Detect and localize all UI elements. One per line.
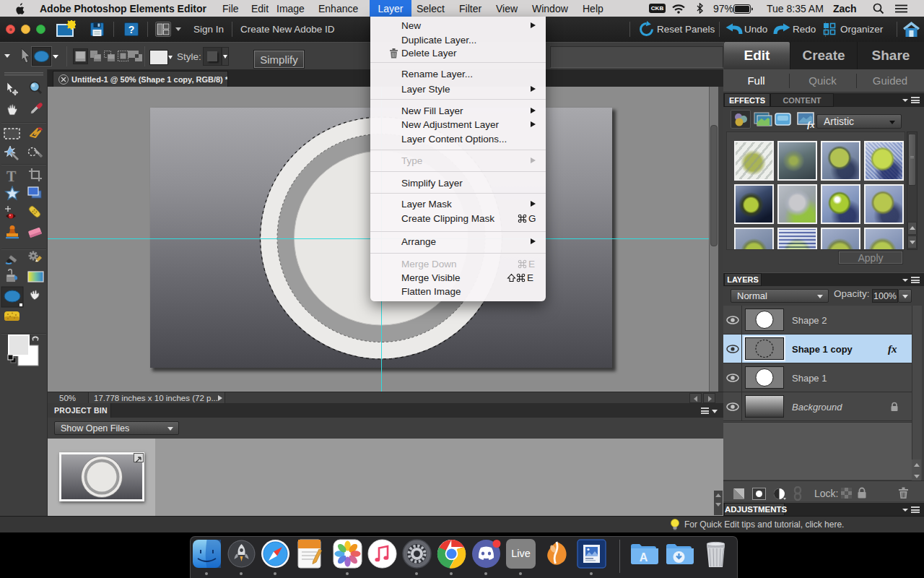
svg-text:A: A: [640, 551, 648, 564]
svg-text:fx: fx: [807, 119, 815, 129]
svg-text:T: T: [6, 168, 17, 184]
